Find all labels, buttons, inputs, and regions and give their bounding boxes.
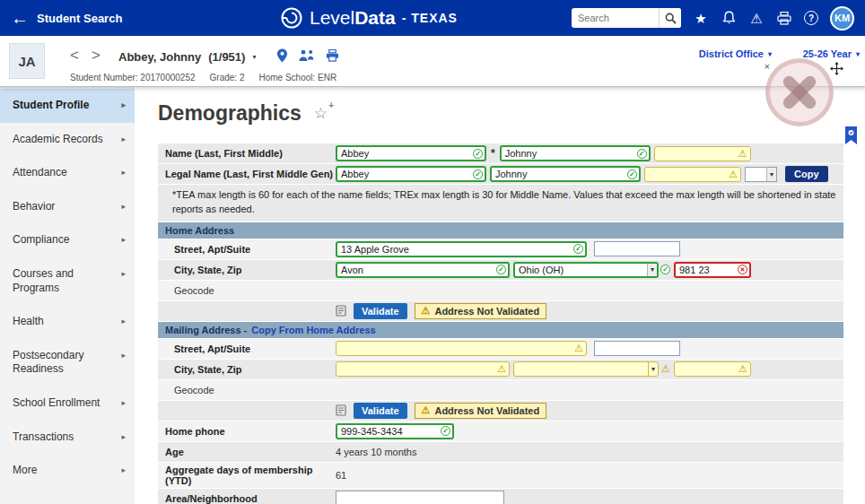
sidebar-item-attendance[interactable]: Attendance▸ xyxy=(0,156,135,190)
sidebar-item-courses-and-programs[interactable]: Courses and Programs▸ xyxy=(0,257,135,305)
sidebar-item-postsecondary-readiness[interactable]: Postsecondary Readiness▸ xyxy=(0,339,135,387)
sidebar-item-label: Compliance xyxy=(13,233,69,248)
student-toolbar xyxy=(276,48,339,63)
sidebar-item-student-profile[interactable]: Student Profile▸ xyxy=(0,89,135,123)
mailing-apt-input[interactable] xyxy=(594,341,680,356)
title-row: Demographics ☆+ xyxy=(158,101,843,126)
student-home-school: Home School: ENR xyxy=(258,73,336,83)
student-selector[interactable]: Abbey, Johnny (1/951) ▾ xyxy=(118,50,256,64)
copy-name-button[interactable]: Copy xyxy=(785,166,828,182)
mailing-street-row: Street, Apt/Suite ⚠ xyxy=(158,339,843,359)
mailing-geocode-row: Geocode xyxy=(158,380,843,400)
sidebar-item-school-enrollment[interactable]: School Enrollment▸ xyxy=(0,387,135,421)
name-middle-field: ⚠ xyxy=(654,146,751,161)
legal-gen-select[interactable]: ▾ xyxy=(745,167,777,182)
user-avatar[interactable]: KM xyxy=(830,6,854,30)
student-bar: JA < > Abbey, Johnny (1/951) ▾ Student N… xyxy=(0,36,865,87)
name-middle-input[interactable] xyxy=(654,146,751,161)
favorite-page-icon[interactable]: ☆+ xyxy=(314,106,328,121)
favorites-star-icon[interactable]: ★ xyxy=(693,12,709,25)
student-transfer-icon[interactable] xyxy=(299,49,315,62)
chevron-down-icon: ▾ xyxy=(252,53,256,61)
sidebar-item-label: Postsecondary Readiness xyxy=(13,349,116,377)
mailing-zip-input[interactable] xyxy=(674,361,751,377)
home-apt-input[interactable] xyxy=(594,241,680,256)
home-geocode-label: Geocode xyxy=(165,285,336,296)
search-input[interactable] xyxy=(572,13,659,23)
mailing-city-input[interactable] xyxy=(336,361,510,377)
district-office-selector[interactable]: District Office ▾ xyxy=(699,48,772,59)
help-icon[interactable]: ? xyxy=(804,11,818,25)
print-icon[interactable] xyxy=(776,12,792,25)
area-label: Area/Neighborhood xyxy=(165,493,336,504)
mailing-address-status-text: Address Not Validated xyxy=(434,405,539,416)
chevron-right-icon: ▸ xyxy=(121,430,126,443)
chevron-right-icon: ▸ xyxy=(121,200,126,213)
home-city-input[interactable] xyxy=(336,262,510,278)
legal-middle-input[interactable] xyxy=(644,167,741,182)
bookmark-icon[interactable] xyxy=(844,126,858,144)
back-button[interactable]: ← Student Search xyxy=(11,9,122,27)
legal-first-input[interactable] xyxy=(490,166,641,182)
sidebar-item-label: Attendance xyxy=(13,166,67,180)
sidebar-item-behavior[interactable]: Behavior▸ xyxy=(0,190,135,224)
copy-from-home-address-link[interactable]: Copy From Home Address xyxy=(251,325,375,335)
mailing-street-field: ⚠ xyxy=(336,341,587,356)
sidebar-item-transactions[interactable]: Transactions▸ xyxy=(0,421,135,455)
sidebar-item-label: More xyxy=(13,464,37,478)
sidebar-item-label: Transactions xyxy=(13,430,74,445)
warning-icon: ⚠ xyxy=(661,364,670,374)
validate-mailing-address-button[interactable]: Validate xyxy=(354,403,407,419)
next-student-button[interactable]: > xyxy=(92,47,100,65)
leveldata-logo-icon xyxy=(280,6,303,30)
student-avatar: JA xyxy=(9,43,45,79)
alerts-warning-icon[interactable]: ⚠ xyxy=(748,12,765,25)
name-last-input[interactable] xyxy=(336,145,486,161)
home-state-select[interactable]: Ohio (OH) ▾ xyxy=(513,262,659,278)
sidebar-item-more[interactable]: More▸ xyxy=(0,454,135,488)
sidebar-item-compliance[interactable]: Compliance▸ xyxy=(0,223,135,257)
sidebar-item-label: Health xyxy=(13,315,44,329)
brand: Level Data - TEXAS xyxy=(280,0,458,36)
warning-icon: ⚠ xyxy=(422,405,431,415)
home-state-value: Ohio (OH) xyxy=(519,265,564,275)
mailing-street-input[interactable] xyxy=(336,341,587,356)
address-doc-icon xyxy=(336,404,346,416)
age-value: 4 years 10 months xyxy=(336,447,417,457)
move-icon[interactable] xyxy=(830,62,843,75)
chevron-right-icon: ▸ xyxy=(121,233,126,246)
sidebar-item-label: Academic Records xyxy=(13,133,103,147)
area-input[interactable] xyxy=(336,491,504,504)
home-phone-label: Home phone xyxy=(165,426,336,437)
valid-check-icon: ✓ xyxy=(660,265,670,274)
sidebar-item-academic-records[interactable]: Academic Records▸ xyxy=(0,123,135,157)
name-first-input[interactable] xyxy=(500,145,651,161)
legal-last-input[interactable] xyxy=(336,166,486,182)
school-year-selector[interactable]: 25-26 Year ▾ xyxy=(803,48,860,59)
previous-student-button[interactable]: < xyxy=(70,47,79,65)
validate-home-address-button[interactable]: Validate xyxy=(354,303,407,319)
home-address-header: Home Address xyxy=(158,222,843,239)
tea-note: *TEA max length is 60 for each of the na… xyxy=(158,185,843,222)
student-name: Abbey, Johnny xyxy=(118,50,201,64)
search-icon[interactable] xyxy=(659,8,681,28)
collapse-icon[interactable]: × xyxy=(765,61,770,72)
print-student-icon[interactable] xyxy=(326,49,339,62)
sidebar-item-label: Behavior xyxy=(13,200,55,214)
sidebar-item-label: Student Profile xyxy=(13,99,89,113)
sidebar-item-health[interactable]: Health▸ xyxy=(0,305,135,339)
student-meta: Student Number: 20170000252 Grade: 2 Hom… xyxy=(70,73,336,83)
page-title: Demographics xyxy=(158,101,301,126)
chevron-right-icon: ▸ xyxy=(121,349,126,361)
chevron-right-icon: ▸ xyxy=(121,99,126,111)
home-phone-input[interactable] xyxy=(336,423,454,439)
home-street-input[interactable] xyxy=(336,241,587,257)
address-doc-icon xyxy=(336,305,346,317)
notifications-bell-icon[interactable] xyxy=(721,11,737,25)
home-zip-input[interactable] xyxy=(674,262,751,278)
mailing-state-select[interactable]: ▾ xyxy=(513,361,659,377)
close-stamp-icon[interactable] xyxy=(765,58,834,126)
map-pin-icon[interactable] xyxy=(276,48,288,63)
home-address-status-badge: ⚠ Address Not Validated xyxy=(415,303,547,319)
chevron-down-icon: ▾ xyxy=(648,362,658,376)
